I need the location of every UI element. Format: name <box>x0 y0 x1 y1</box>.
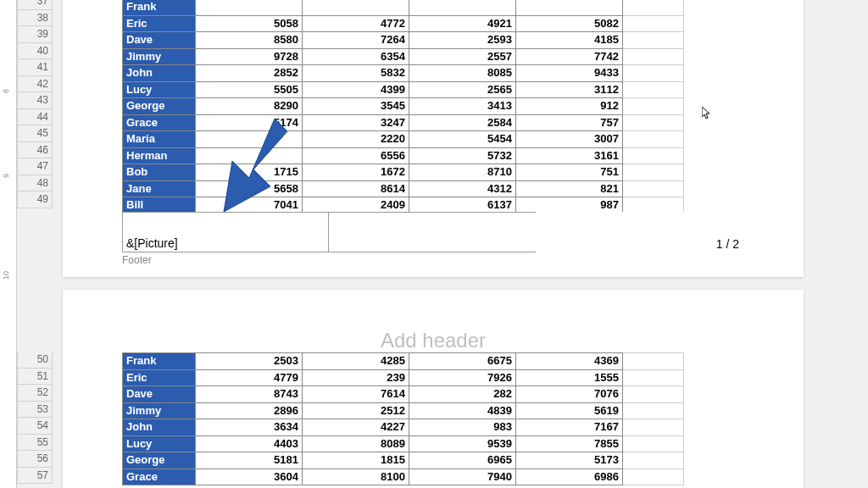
row-header[interactable]: 41 <box>17 59 53 76</box>
empty-cell[interactable] <box>623 147 684 164</box>
value-cell[interactable]: 4403 <box>196 435 303 452</box>
row-header[interactable]: 52 <box>17 385 53 402</box>
value-cell[interactable]: 6556 <box>303 147 409 164</box>
value-cell[interactable]: 3112 <box>516 81 623 98</box>
row-header[interactable]: 56 <box>17 451 53 468</box>
value-cell[interactable]: 8614 <box>303 180 409 197</box>
value-cell[interactable]: 5174 <box>196 114 303 131</box>
name-cell[interactable]: Eric <box>123 369 196 386</box>
value-cell[interactable]: 5082 <box>516 15 623 32</box>
value-cell[interactable]: 8743 <box>196 386 303 403</box>
value-cell[interactable]: 6965 <box>409 452 516 469</box>
value-cell[interactable]: 4779 <box>196 369 303 386</box>
value-cell[interactable]: 1555 <box>516 369 623 386</box>
empty-cell[interactable] <box>623 131 684 148</box>
name-cell[interactable]: Frank <box>123 353 196 370</box>
value-cell[interactable]: 8710 <box>409 164 516 181</box>
value-cell[interactable]: 5619 <box>516 402 623 419</box>
value-cell[interactable]: 5658 <box>196 180 303 197</box>
row-header[interactable]: 42 <box>17 76 53 93</box>
value-cell[interactable]: 7614 <box>303 386 409 403</box>
value-cell[interactable]: 4185 <box>516 32 623 49</box>
value-cell[interactable]: 2584 <box>409 114 516 131</box>
value-cell[interactable]: 6675 <box>409 353 516 370</box>
empty-cell[interactable] <box>623 48 684 65</box>
value-cell[interactable]: 912 <box>516 98 623 115</box>
empty-cell[interactable] <box>623 98 684 115</box>
empty-cell[interactable] <box>623 353 684 370</box>
value-cell[interactable] <box>409 0 516 15</box>
empty-cell[interactable] <box>623 32 684 49</box>
value-cell[interactable]: 821 <box>516 180 623 197</box>
footer-center-section[interactable] <box>329 212 536 252</box>
row-header[interactable]: 53 <box>17 402 53 419</box>
value-cell[interactable]: 2512 <box>303 402 409 419</box>
name-cell[interactable]: Grace <box>123 114 196 131</box>
empty-cell[interactable] <box>623 419 684 436</box>
empty-cell[interactable] <box>623 81 684 98</box>
row-header[interactable]: 48 <box>17 175 53 192</box>
value-cell[interactable]: 3247 <box>303 114 409 131</box>
value-cell[interactable]: 5181 <box>196 452 303 469</box>
empty-cell[interactable] <box>623 402 684 419</box>
value-cell[interactable]: 9539 <box>409 435 516 452</box>
value-cell[interactable]: 2593 <box>409 32 516 49</box>
add-header-placeholder[interactable]: Add header <box>63 329 804 352</box>
name-cell[interactable]: Grace <box>123 469 196 485</box>
value-cell[interactable]: 7264 <box>303 32 409 49</box>
value-cell[interactable]: 4285 <box>303 353 409 370</box>
row-header[interactable]: 39 <box>17 26 53 43</box>
empty-cell[interactable] <box>623 452 684 469</box>
value-cell[interactable]: 5505 <box>196 81 303 98</box>
name-cell[interactable]: Jane <box>123 180 196 197</box>
empty-cell[interactable] <box>623 180 684 197</box>
value-cell[interactable]: 3007 <box>516 131 623 148</box>
value-cell[interactable]: 4921 <box>409 15 516 32</box>
name-cell[interactable]: John <box>123 419 196 436</box>
row-header[interactable]: 44 <box>17 109 53 126</box>
value-cell[interactable]: 8580 <box>196 32 303 49</box>
value-cell[interactable] <box>196 147 303 164</box>
name-cell[interactable]: Herman <box>123 147 196 164</box>
footer-right-section[interactable]: 1 / 2 <box>536 212 743 252</box>
value-cell[interactable]: 3634 <box>196 419 303 436</box>
row-header[interactable]: 43 <box>17 92 53 109</box>
value-cell[interactable] <box>516 0 623 15</box>
row-header[interactable]: 50 <box>17 352 53 369</box>
row-header[interactable]: 49 <box>17 191 53 208</box>
value-cell[interactable]: 1815 <box>303 452 409 469</box>
value-cell[interactable]: 983 <box>409 419 516 436</box>
row-header[interactable]: 46 <box>17 142 53 159</box>
name-cell[interactable]: Lucy <box>123 81 196 98</box>
value-cell[interactable]: 7742 <box>516 48 623 65</box>
row-header[interactable]: 45 <box>17 125 53 142</box>
name-cell[interactable]: Frank <box>123 0 196 15</box>
empty-cell[interactable] <box>623 15 684 32</box>
value-cell[interactable]: 2896 <box>196 402 303 419</box>
value-cell[interactable]: 5454 <box>409 131 516 148</box>
value-cell[interactable]: 7167 <box>516 419 623 436</box>
value-cell[interactable] <box>196 0 303 15</box>
value-cell[interactable]: 7076 <box>516 386 623 403</box>
name-cell[interactable]: John <box>123 65 196 82</box>
empty-cell[interactable] <box>623 469 684 485</box>
value-cell[interactable]: 3545 <box>303 98 409 115</box>
value-cell[interactable]: 7940 <box>409 469 516 485</box>
name-cell[interactable]: Jimmy <box>123 402 196 419</box>
value-cell[interactable]: 4227 <box>303 419 409 436</box>
value-cell[interactable]: 4399 <box>303 81 409 98</box>
value-cell[interactable]: 1715 <box>196 164 303 181</box>
row-header[interactable]: 51 <box>17 369 53 385</box>
row-header[interactable]: 47 <box>17 158 53 175</box>
value-cell[interactable] <box>196 131 303 148</box>
name-cell[interactable]: Lucy <box>123 435 196 452</box>
empty-cell[interactable] <box>623 0 684 15</box>
value-cell[interactable]: 2852 <box>196 65 303 82</box>
name-cell[interactable]: Eric <box>123 15 196 32</box>
value-cell[interactable]: 8290 <box>196 98 303 115</box>
value-cell[interactable]: 751 <box>516 164 623 181</box>
value-cell[interactable]: 4312 <box>409 180 516 197</box>
value-cell[interactable]: 2565 <box>409 81 516 98</box>
value-cell[interactable]: 9433 <box>516 65 623 82</box>
empty-cell[interactable] <box>623 435 684 452</box>
